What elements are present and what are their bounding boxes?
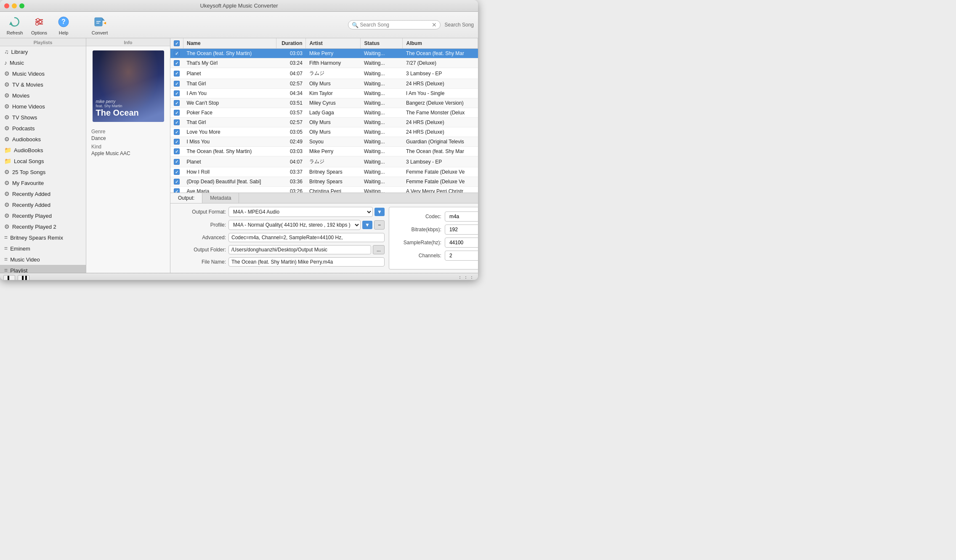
table-row[interactable]: Planet 04:07 ラムジ Waiting... 3 Lambsey - …: [170, 68, 478, 79]
sidebar-item-britney[interactable]: = Britney Spears Remix: [0, 232, 86, 243]
sidebar-item-home-videos[interactable]: ⚙ Home Videos: [0, 101, 86, 112]
format-select[interactable]: M4A - MPEG4 Audio: [228, 207, 373, 217]
profile-select[interactable]: M4A - Normal Quality( 44100 Hz, stereo ,…: [228, 220, 361, 230]
row-checkbox-cell[interactable]: [170, 108, 183, 118]
header-name[interactable]: Name: [183, 38, 276, 49]
table-row[interactable]: I Miss You 02:49 Soyou Waiting... Guardi…: [170, 137, 478, 147]
header-duration[interactable]: Duration: [276, 38, 306, 49]
row-checkbox-cell[interactable]: [170, 187, 183, 193]
row-checkbox[interactable]: [174, 119, 180, 125]
sidebar-item-local-songs[interactable]: 📁 Local Songs: [0, 156, 86, 166]
row-checkbox-cell[interactable]: [170, 127, 183, 137]
minimize-button[interactable]: [12, 3, 17, 8]
advanced-input[interactable]: [228, 233, 385, 242]
table-row[interactable]: The Ocean (feat. Shy Martin) 03:03 Mike …: [170, 49, 478, 58]
row-checkbox[interactable]: [174, 90, 180, 96]
row-checkbox[interactable]: [174, 169, 180, 175]
header-album[interactable]: Album: [403, 38, 478, 49]
table-row[interactable]: Poker Face 03:57 Lady Gaga Waiting... Th…: [170, 108, 478, 118]
channels-select[interactable]: 2: [445, 251, 478, 261]
bitrate-select[interactable]: 192: [445, 225, 478, 235]
sidebar-item-recently-played2[interactable]: ⚙ Recently Played 2: [0, 221, 86, 232]
codec-select[interactable]: m4a: [445, 211, 478, 222]
row-checkbox[interactable]: [174, 71, 180, 77]
table-row[interactable]: That Girl 02:57 Olly Murs Waiting... 24 …: [170, 118, 478, 127]
search-input[interactable]: [360, 22, 430, 28]
row-checkbox[interactable]: [174, 129, 180, 135]
folder-browse-button[interactable]: ...: [373, 245, 385, 254]
sidebar-item-my-favourite[interactable]: ⚙ My Favourite: [0, 177, 86, 188]
row-checkbox-cell[interactable]: [170, 156, 183, 167]
row-checkbox[interactable]: [174, 188, 180, 193]
close-button[interactable]: [4, 3, 9, 8]
table-row[interactable]: The Ocean (feat. Shy Martin) 03:03 Mike …: [170, 147, 478, 156]
row-checkbox-cell[interactable]: [170, 68, 183, 79]
search-clear-button[interactable]: ✕: [432, 21, 437, 28]
row-checkbox[interactable]: [174, 159, 180, 165]
row-checkbox[interactable]: [174, 110, 180, 116]
table-row[interactable]: Ave Maria 03:26 Christina Perri Waiting.…: [170, 187, 478, 193]
pause-button[interactable]: ▐▐: [18, 275, 29, 280]
table-row[interactable]: (Drop Dead) Beautiful [feat. Sabi] 03:36…: [170, 177, 478, 187]
row-checkbox[interactable]: [174, 81, 180, 87]
row-checkbox-cell[interactable]: [170, 137, 183, 147]
row-checkbox-cell[interactable]: [170, 118, 183, 127]
search-box[interactable]: 🔍 ✕: [348, 20, 441, 29]
row-checkbox-cell[interactable]: [170, 49, 183, 58]
help-button[interactable]: ? Help: [53, 14, 74, 35]
profile-edit-button[interactable]: −: [374, 220, 385, 230]
sidebar-item-playlist[interactable]: = Playlist: [0, 265, 86, 273]
table-row[interactable]: I Am You 04:34 Kim Taylor Waiting... I A…: [170, 89, 478, 98]
convert-button[interactable]: Convert: [89, 14, 110, 35]
row-checkbox[interactable]: [174, 179, 180, 185]
sidebar-item-music-videos[interactable]: ⚙ Music Videos: [0, 68, 86, 79]
sidebar-item-podcasts[interactable]: ⚙ Podcasts: [0, 123, 86, 134]
format-arrow[interactable]: ▼: [374, 208, 385, 216]
table-row[interactable]: That Girl 02:57 Olly Murs Waiting... 24 …: [170, 79, 478, 89]
window-controls[interactable]: [4, 3, 24, 8]
folder-input[interactable]: [228, 245, 371, 254]
sidebar-item-audiobooks[interactable]: ⚙ Audiobooks: [0, 134, 86, 145]
row-checkbox[interactable]: [174, 60, 180, 66]
sidebar-item-tv-shows[interactable]: ⚙ TV Shows: [0, 112, 86, 123]
play-button[interactable]: ▌: [3, 275, 15, 280]
sidebar-item-music[interactable]: ♪ Music: [0, 57, 86, 68]
refresh-button[interactable]: Refresh: [4, 14, 25, 35]
maximize-button[interactable]: [19, 3, 24, 8]
filename-input[interactable]: [228, 257, 385, 267]
row-checkbox-cell[interactable]: [170, 167, 183, 177]
tab-metadata[interactable]: Metadata: [202, 193, 239, 203]
row-checkbox-cell[interactable]: [170, 79, 183, 89]
row-checkbox-cell[interactable]: [170, 89, 183, 98]
table-row[interactable]: Love You More 03:05 Olly Murs Waiting...…: [170, 127, 478, 137]
sidebar-item-tv-movies[interactable]: ⚙ TV & Movies: [0, 79, 86, 90]
table-container[interactable]: Name Duration Artist Status Album The Oc…: [170, 38, 478, 193]
table-row[interactable]: We Can't Stop 03:51 Miley Cyrus Waiting.…: [170, 98, 478, 108]
row-checkbox-cell[interactable]: [170, 147, 183, 156]
header-checkbox[interactable]: [170, 38, 183, 49]
sidebar-item-music-video[interactable]: = Music Video: [0, 254, 86, 265]
row-checkbox[interactable]: [174, 139, 180, 145]
row-checkbox-cell[interactable]: [170, 58, 183, 68]
sidebar-item-recently-added1[interactable]: ⚙ Recently Added: [0, 188, 86, 199]
header-artist[interactable]: Artist: [306, 38, 361, 49]
row-checkbox[interactable]: [174, 148, 180, 154]
table-row[interactable]: Planet 04:07 ラムジ Waiting... 3 Lambsey - …: [170, 156, 478, 167]
sidebar-item-25-top[interactable]: ⚙ 25 Top Songs: [0, 166, 86, 177]
row-checkbox-cell[interactable]: [170, 98, 183, 108]
tab-output[interactable]: Output:: [170, 193, 202, 203]
sidebar-item-eminem[interactable]: = Eminem: [0, 243, 86, 254]
table-row[interactable]: That's My Girl 03:24 Fifth Harmony Waiti…: [170, 58, 478, 68]
row-checkbox-cell[interactable]: [170, 177, 183, 187]
options-button[interactable]: Options: [29, 14, 50, 35]
samplerate-select[interactable]: 44100: [445, 238, 478, 248]
profile-arrow[interactable]: ▼: [362, 221, 372, 229]
header-status[interactable]: Status: [361, 38, 403, 49]
sidebar-item-audiobooks2[interactable]: 📁 AudioBooks: [0, 145, 86, 156]
sidebar-item-movies[interactable]: ⚙ Movies: [0, 90, 86, 101]
select-all-checkbox[interactable]: [174, 40, 180, 46]
row-checkbox[interactable]: [174, 50, 180, 56]
row-checkbox[interactable]: [174, 100, 180, 106]
resize-handle[interactable]: ⋮⋮⋮: [457, 275, 475, 280]
sidebar-item-recently-added2[interactable]: ⚙ Recently Added: [0, 199, 86, 210]
